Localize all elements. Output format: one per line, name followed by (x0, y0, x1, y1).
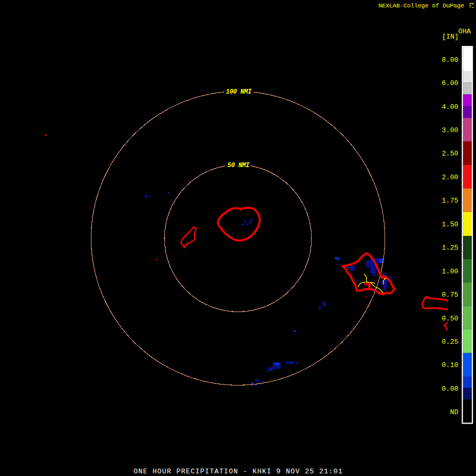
svg-text:6.00: 6.00 (442, 79, 458, 87)
svg-text:0.50: 0.50 (442, 315, 458, 323)
svg-text:0.25: 0.25 (442, 338, 458, 346)
svg-text:ONE HOUR PRECIPITATION - KHKI: ONE HOUR PRECIPITATION - KHKI 9 NOV 25 2… (134, 468, 343, 475)
svg-text:1.00: 1.00 (442, 268, 458, 276)
svg-text:[IN]: [IN] (442, 33, 459, 41)
svg-text:100 NMI: 100 NMI (226, 88, 252, 96)
svg-text:2.00: 2.00 (442, 173, 458, 181)
svg-text:OHA: OHA (459, 28, 471, 35)
svg-text:1.50: 1.50 (442, 221, 458, 228)
svg-text:50 NMI: 50 NMI (227, 162, 250, 169)
svg-text:1.75: 1.75 (442, 197, 458, 205)
svg-text:8.00: 8.00 (442, 56, 458, 64)
svg-text:NEXLAB-College of DuPage: NEXLAB-College of DuPage (379, 2, 464, 9)
svg-text:2.50: 2.50 (442, 150, 458, 158)
svg-text:0.00: 0.00 (442, 385, 458, 393)
svg-text:0.75: 0.75 (442, 291, 458, 299)
svg-text:ND: ND (450, 408, 459, 416)
svg-text:3.00: 3.00 (442, 126, 458, 134)
svg-text:4.00: 4.00 (442, 103, 458, 111)
svg-text:1.25: 1.25 (442, 244, 458, 252)
svg-text:0.10: 0.10 (442, 361, 458, 369)
